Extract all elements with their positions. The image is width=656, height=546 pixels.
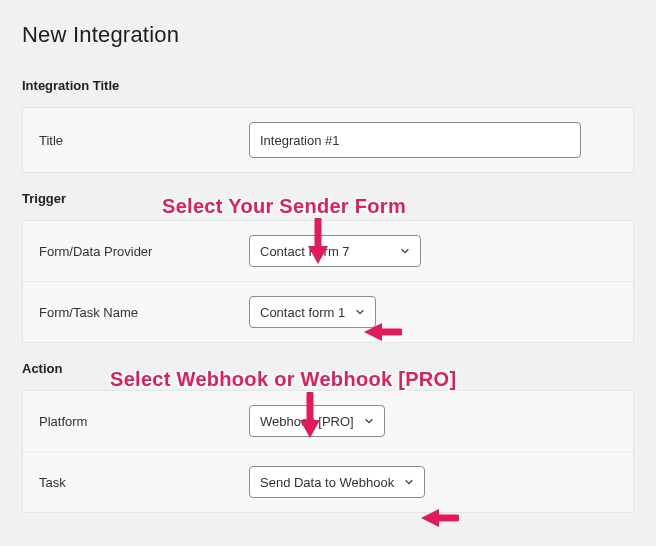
label-title: Title (39, 133, 229, 148)
page-title: New Integration (22, 22, 634, 48)
section-heading-integration-title: Integration Title (22, 78, 634, 93)
platform-select[interactable]: Webhook [PRO] (249, 405, 385, 437)
label-form-task-name: Form/Task Name (39, 305, 229, 320)
row-form-data-provider: Form/Data Provider Contact Form 7 (23, 221, 633, 282)
title-input[interactable] (249, 122, 581, 158)
form-task-name-select[interactable]: Contact form 1 (249, 296, 376, 328)
chevron-down-icon (400, 246, 410, 256)
label-platform: Platform (39, 414, 229, 429)
row-task: Task Send Data to Webhook (23, 452, 633, 512)
row-platform: Platform Webhook [PRO] (23, 391, 633, 452)
form-data-provider-value: Contact Form 7 (260, 244, 350, 259)
panel-trigger: Form/Data Provider Contact Form 7 Form/T… (22, 220, 634, 343)
platform-value: Webhook [PRO] (260, 414, 354, 429)
task-value: Send Data to Webhook (260, 475, 394, 490)
chevron-down-icon (404, 477, 414, 487)
row-form-task-name: Form/Task Name Contact form 1 (23, 282, 633, 342)
panel-integration-title: Title (22, 107, 634, 173)
panel-action: Platform Webhook [PRO] Task Send Data to… (22, 390, 634, 513)
chevron-down-icon (355, 307, 365, 317)
form-task-name-value: Contact form 1 (260, 305, 345, 320)
section-heading-action: Action (22, 361, 634, 376)
chevron-down-icon (364, 416, 374, 426)
label-form-data-provider: Form/Data Provider (39, 244, 229, 259)
form-data-provider-select[interactable]: Contact Form 7 (249, 235, 421, 267)
task-select[interactable]: Send Data to Webhook (249, 466, 425, 498)
label-task: Task (39, 475, 229, 490)
section-heading-trigger: Trigger (22, 191, 634, 206)
row-title: Title (23, 108, 633, 172)
